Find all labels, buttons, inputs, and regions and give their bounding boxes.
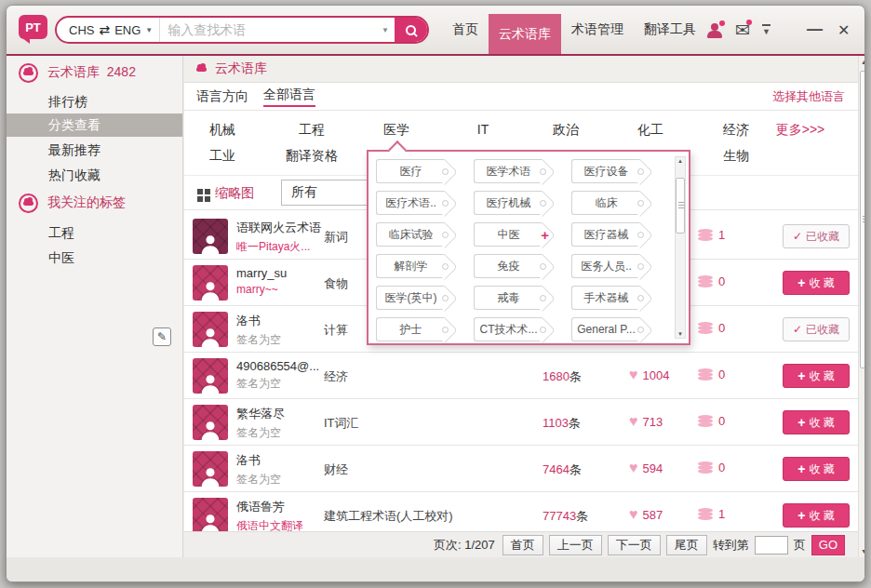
tab-it[interactable]: IT bbox=[477, 122, 489, 137]
tag-chip[interactable]: 临床试验 bbox=[376, 222, 445, 247]
add-tag-icon[interactable]: + bbox=[541, 227, 549, 243]
nav-term-management[interactable]: 术语管理 bbox=[561, 6, 634, 54]
close-button[interactable]: ✕ bbox=[838, 21, 850, 39]
goto-page-input[interactable] bbox=[755, 536, 788, 555]
collect-button[interactable]: +收 藏 bbox=[783, 410, 850, 434]
nav-cloud-termbase[interactable]: 云术语库 bbox=[489, 14, 561, 54]
swap-icon: ⇄ bbox=[99, 22, 110, 37]
go-button[interactable]: GO bbox=[811, 535, 845, 555]
table-row[interactable]: 俄语鲁芳俄语中文翻译 建筑工程术语(人工校对) 77743条 ♥587 1 +收… bbox=[184, 492, 858, 531]
more-categories-link[interactable]: 更多>>> bbox=[776, 122, 825, 139]
collapse-icon[interactable]: ▼ bbox=[762, 24, 770, 36]
user-name: 洛书 bbox=[236, 452, 323, 469]
sidebar-item-latest[interactable]: 最新推荐 bbox=[7, 139, 182, 162]
tab-economy[interactable]: 经济 bbox=[723, 122, 749, 139]
sidebar-item-ranking[interactable]: 排行榜 bbox=[7, 90, 182, 114]
dropdown-scrollbar-thumb[interactable] bbox=[676, 178, 685, 234]
tag-chip[interactable]: CT技术术... bbox=[474, 317, 543, 341]
entry-count: 1680 bbox=[543, 369, 570, 383]
tag-chip[interactable]: 医疗器械 bbox=[571, 222, 640, 247]
tag-chip[interactable]: General P... bbox=[571, 317, 640, 341]
tag-chip[interactable]: 医务人员.. bbox=[571, 254, 640, 278]
collect-button[interactable]: +收 藏 bbox=[783, 503, 850, 528]
last-page-button[interactable]: 尾页 bbox=[666, 535, 707, 555]
tag-hole-icon bbox=[637, 200, 644, 207]
check-icon: ✓ bbox=[793, 230, 802, 243]
table-row[interactable]: 洛书签名为空 财经 7464条 ♥594 0 +收 藏 bbox=[184, 446, 858, 492]
search-button[interactable] bbox=[395, 16, 427, 44]
stack-count: 0 bbox=[718, 368, 725, 381]
sidebar-item-hot-favorites[interactable]: 热门收藏 bbox=[7, 164, 182, 187]
stack-count: 0 bbox=[718, 321, 725, 335]
scroll-up-icon[interactable]: ▲ bbox=[859, 59, 865, 65]
lang-to: ENG bbox=[114, 23, 141, 37]
tag-chip[interactable]: 临床 bbox=[571, 191, 640, 215]
user-name: 洛书 bbox=[236, 313, 323, 329]
minimize-button[interactable]: — bbox=[807, 20, 823, 39]
cloud-icon bbox=[196, 67, 207, 72]
all-languages-option[interactable]: 全部语言 bbox=[263, 87, 315, 107]
main-scrollbar-thumb[interactable] bbox=[860, 71, 865, 368]
tab-biology[interactable]: 生物 bbox=[723, 148, 749, 165]
thumbnail-view-toggle[interactable]: 缩略图 bbox=[215, 185, 254, 202]
nav-translation-tools[interactable]: 翻译工具 bbox=[634, 6, 706, 54]
scroll-down-icon[interactable]: ▼ bbox=[676, 331, 685, 337]
user-signature: 唯一Pitaya火... bbox=[236, 239, 323, 255]
edit-tags-button[interactable]: ✎ bbox=[153, 327, 171, 346]
collect-button[interactable]: +收 藏 bbox=[783, 457, 850, 481]
collect-button[interactable]: +收 藏 bbox=[783, 271, 850, 295]
main-scrollbar[interactable]: ▲ ▼ bbox=[858, 56, 865, 557]
tab-machinery[interactable]: 机械 bbox=[209, 122, 235, 139]
table-row[interactable]: 繁华落尽签名为空 IT词汇 1103条 ♥713 0 +收 藏 bbox=[184, 399, 858, 446]
tag-hole-icon bbox=[540, 200, 546, 207]
tab-chemical[interactable]: 化工 bbox=[637, 122, 663, 139]
search-input[interactable] bbox=[160, 22, 376, 37]
dropdown-scrollbar[interactable]: ▲ ▼ bbox=[675, 156, 686, 339]
scroll-up-icon[interactable]: ▲ bbox=[676, 158, 685, 164]
tag-chip[interactable]: 医疗设备 bbox=[571, 159, 640, 183]
medicine-tags-dropdown: 医疗 医学术语 医疗设备 医疗术语.. 医疗机械 临床 临床试验 中医+ 医疗器… bbox=[367, 150, 690, 345]
tag-chip[interactable]: 医疗术语.. bbox=[376, 191, 445, 215]
collect-button[interactable]: +收 藏 bbox=[783, 364, 850, 388]
avatar bbox=[193, 219, 228, 254]
app-window: PT CHS ⇄ ENG ▼ ▼ 首页 云术语库 术语管理 翻译工具 ✉ ▼ — bbox=[6, 5, 865, 582]
heart-icon: ♥ bbox=[629, 506, 638, 523]
tag-chip[interactable]: 医疗 bbox=[376, 159, 445, 183]
tab-politics[interactable]: 政治 bbox=[553, 122, 579, 139]
collected-button[interactable]: ✓已收藏 bbox=[783, 317, 850, 341]
sidebar-item-category-view[interactable]: 分类查看 bbox=[7, 114, 182, 137]
search-history-caret-icon[interactable]: ▼ bbox=[376, 26, 395, 34]
table-row[interactable]: 490686554@...签名为空 经济 1680条 ♥1004 0 +收 藏 bbox=[184, 353, 858, 399]
collected-button[interactable]: ✓已收藏 bbox=[783, 224, 850, 248]
user-icon[interactable] bbox=[706, 22, 723, 38]
tag-chip[interactable]: 解剖学 bbox=[376, 254, 445, 278]
language-pair-selector[interactable]: CHS ⇄ ENG ▼ bbox=[57, 22, 159, 37]
tab-medicine[interactable]: 医学 bbox=[383, 122, 409, 139]
tag-chip[interactable]: 免疫 bbox=[474, 254, 543, 278]
prev-page-button[interactable]: 上一页 bbox=[549, 535, 602, 555]
tag-chip-tcm[interactable]: 中医+ bbox=[474, 222, 543, 247]
mail-icon[interactable]: ✉ bbox=[735, 21, 750, 39]
sidebar-tag-engineering[interactable]: 工程 bbox=[7, 221, 182, 245]
sidebar-tag-tcm[interactable]: 中医 bbox=[7, 247, 182, 270]
next-page-button[interactable]: 下一页 bbox=[608, 535, 661, 555]
tag-chip[interactable]: 戒毒 bbox=[474, 286, 543, 310]
scroll-down-icon[interactable]: ▼ bbox=[859, 548, 865, 555]
tab-industry[interactable]: 工业 bbox=[209, 148, 235, 165]
tag-chip[interactable]: 医学术语 bbox=[474, 159, 543, 183]
tag-chip[interactable]: 医学(英中) bbox=[376, 286, 445, 310]
check-icon: ✓ bbox=[793, 323, 802, 336]
tab-translation-qualification[interactable]: 翻译资格 bbox=[286, 148, 338, 165]
tag-hole-icon bbox=[442, 263, 449, 270]
cloud-icon bbox=[19, 63, 38, 83]
tag-chip[interactable]: 医疗机械 bbox=[474, 191, 543, 215]
choose-other-language-link[interactable]: 选择其他语言 bbox=[772, 88, 845, 105]
stack-icon bbox=[698, 415, 713, 427]
first-page-button[interactable]: 首页 bbox=[502, 535, 543, 555]
sidebar-section-termbase: 云术语库 2482 bbox=[7, 61, 182, 84]
tab-engineering[interactable]: 工程 bbox=[299, 122, 325, 139]
nav-home[interactable]: 首页 bbox=[442, 6, 489, 54]
tag-hole-icon bbox=[442, 232, 449, 238]
tag-chip[interactable]: 手术器械 bbox=[571, 286, 640, 310]
tag-chip[interactable]: 护士 bbox=[376, 317, 445, 341]
